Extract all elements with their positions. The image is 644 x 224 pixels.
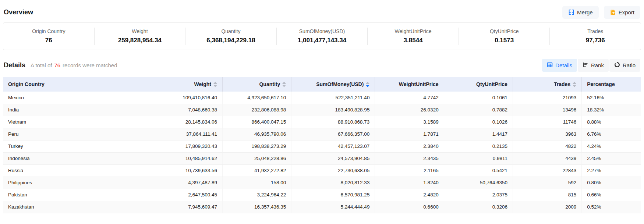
cell-percentage: 4.24% xyxy=(582,140,641,152)
cell-trades: 13496 xyxy=(513,104,581,116)
summary-item-value: 259,828,954.34 xyxy=(98,37,182,44)
sort-caret-icon[interactable] xyxy=(366,82,369,87)
view-button-ratio[interactable]: Ratio xyxy=(609,59,640,72)
sort-caret-icon[interactable] xyxy=(573,82,576,87)
cell-quantity: 25,048,228.86 xyxy=(222,152,291,164)
column-label: QtyUnitPrice xyxy=(476,81,507,87)
cell-origin-country: Indonesia xyxy=(3,152,154,164)
cell-qty-unit-price: 0.9811 xyxy=(444,152,513,164)
cell-weight-unit-price: 2.3435 xyxy=(375,152,444,164)
table-header-row: Origin CountryWeightQuantitySumOfMoney(U… xyxy=(3,77,641,92)
summary-item: Quantity 6,368,194,229.18 xyxy=(185,28,276,45)
table-row: Russia10,739,633.5641,932,272.8222,730,6… xyxy=(3,164,641,177)
summary-item-label: Trades xyxy=(553,28,637,34)
column-header-weight[interactable]: Weight xyxy=(154,77,223,92)
cell-trades: 4439 xyxy=(513,152,581,164)
cell-weight-unit-price: 4.7742 xyxy=(375,92,444,104)
cell-sum-of-money-usd: 24,573,904.85 xyxy=(291,152,375,164)
cell-origin-country: Mexico xyxy=(3,92,154,104)
page-title: Overview xyxy=(4,8,33,16)
toolbar: Merge Export xyxy=(562,6,640,19)
summary-item-value: 1,001,477,143.34 xyxy=(280,37,364,44)
cell-weight: 10,485,914.62 xyxy=(154,152,223,164)
cell-trades: 815 xyxy=(513,189,581,201)
bar-chart-icon xyxy=(583,62,588,69)
view-button-details-label: Details xyxy=(555,62,572,68)
column-label: Quantity xyxy=(259,81,280,87)
summary-item-label: SumOfMoney(USD) xyxy=(280,28,364,34)
cell-origin-country: Russia xyxy=(3,164,154,177)
table-body: Mexico109,410,816.404,923,650,617.10522,… xyxy=(3,92,641,213)
cell-weight: 2,647,500.45 xyxy=(154,189,223,201)
cell-percentage: 2.45% xyxy=(582,152,641,164)
table-row: Peru37,864,111.4146,935,790.0667,666,357… xyxy=(3,128,641,140)
table-icon xyxy=(547,62,553,69)
sort-caret-icon[interactable] xyxy=(213,82,217,87)
record-count: 76 xyxy=(52,62,63,68)
cell-quantity: 16,357,436.35 xyxy=(222,201,291,213)
cell-quantity: 232,806,088.98 xyxy=(222,104,291,116)
summary-item-value: 97,736 xyxy=(553,37,637,44)
overview-header: Overview Merge xyxy=(3,3,641,22)
cell-qty-unit-price: 0.2135 xyxy=(444,140,513,152)
export-button[interactable]: Export xyxy=(604,6,640,19)
cell-sum-of-money-usd: 183,490,828.95 xyxy=(291,104,375,116)
summary-item-value: 3.8544 xyxy=(371,37,455,44)
table-row: Indonesia10,485,914.6225,048,228.8624,57… xyxy=(3,152,641,164)
cell-percentage: 6.76% xyxy=(582,128,641,140)
summary-item: SumOfMoney(USD) 1,001,477,143.34 xyxy=(276,28,368,45)
pie-chart-icon xyxy=(614,62,620,69)
merge-button[interactable]: Merge xyxy=(562,6,599,19)
cell-qty-unit-price: 0.7882 xyxy=(444,104,513,116)
cell-weight-unit-price: 2.4820 xyxy=(375,189,444,201)
cell-qty-unit-price: 50,764.6350 xyxy=(444,177,513,189)
view-button-rank[interactable]: Rank xyxy=(578,59,609,72)
column-label: Weight xyxy=(194,81,211,87)
cell-weight-unit-price: 1.8240 xyxy=(375,177,444,189)
cell-trades: 21093 xyxy=(513,92,581,104)
cell-origin-country: Philippines xyxy=(3,177,154,189)
cell-qty-unit-price: 1.4417 xyxy=(444,128,513,140)
export-button-label: Export xyxy=(619,9,634,15)
cell-weight-unit-price: 2.1165 xyxy=(375,164,444,177)
cell-origin-country: Turkey xyxy=(3,140,154,152)
column-label: WeightUnitPrice xyxy=(399,81,439,87)
merge-icon xyxy=(568,9,574,15)
table-row: Pakistan2,647,500.453,224,964.226,570,98… xyxy=(3,189,641,201)
cell-weight: 37,864,111.41 xyxy=(154,128,223,140)
column-label: Origin Country xyxy=(8,81,45,87)
table-row: Kazakhstan7,945,609.4716,357,436.355,244… xyxy=(3,201,641,213)
cell-weight: 7,945,609.47 xyxy=(154,201,223,213)
sort-caret-icon[interactable] xyxy=(282,82,286,87)
cell-qty-unit-price: 0.5421 xyxy=(444,164,513,177)
cell-weight-unit-price: 2.3840 xyxy=(375,140,444,152)
cell-sum-of-money-usd: 67,666,357.00 xyxy=(291,128,375,140)
cell-percentage: 18.32% xyxy=(582,104,641,116)
summary-item: Origin Country 76 xyxy=(3,28,94,45)
summary-item-label: Quantity xyxy=(189,28,273,34)
summary-bar: Origin Country 76 Weight 259,828,954.34 … xyxy=(3,22,641,50)
details-subtitle-suffix: records were matched xyxy=(63,62,117,68)
cell-percentage: 0.80% xyxy=(582,177,641,189)
view-button-details[interactable]: Details xyxy=(542,59,577,72)
summary-item-value: 6,368,194,229.18 xyxy=(189,37,273,44)
cell-qty-unit-price: 0.1061 xyxy=(444,92,513,104)
cell-qty-unit-price: 0.3206 xyxy=(444,201,513,213)
cell-weight-unit-price: 26.0320 xyxy=(375,104,444,116)
cell-weight: 28,145,834.06 xyxy=(154,116,223,128)
column-header-sum-of-money-usd[interactable]: SumOfMoney(USD) xyxy=(291,77,375,92)
cell-weight: 109,410,816.40 xyxy=(154,92,223,104)
cell-sum-of-money-usd: 6,570,981.25 xyxy=(291,189,375,201)
table-row: Mexico109,410,816.404,923,650,617.10522,… xyxy=(3,92,641,104)
column-header-weight-unit-price: WeightUnitPrice xyxy=(375,77,444,92)
cell-weight-unit-price: 0.6600 xyxy=(375,201,444,213)
cell-percentage: 2.27% xyxy=(582,164,641,177)
cell-qty-unit-price: 2.0375 xyxy=(444,189,513,201)
column-header-trades[interactable]: Trades xyxy=(513,77,581,92)
cell-quantity: 3,224,964.22 xyxy=(222,189,291,201)
cell-origin-country: Kazakhstan xyxy=(3,201,154,213)
summary-item-label: QtyUnitPrice xyxy=(463,28,546,34)
column-header-quantity[interactable]: Quantity xyxy=(222,77,291,92)
cell-quantity: 4,923,650,617.10 xyxy=(222,92,291,104)
merge-button-label: Merge xyxy=(577,9,593,15)
